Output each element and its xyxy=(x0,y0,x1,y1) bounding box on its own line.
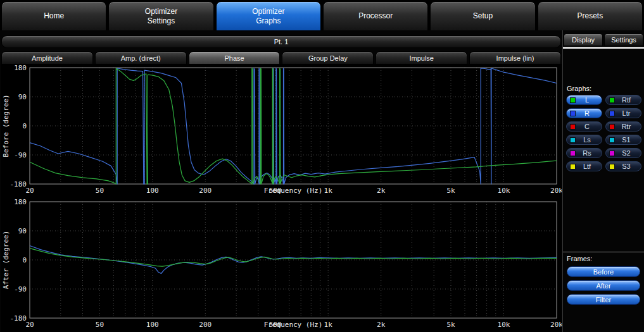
frames-buttons: BeforeAfterFilter xyxy=(567,266,640,305)
svg-text:After (degree): After (degree) xyxy=(2,231,10,290)
point-selector[interactable]: Pt. 1 xyxy=(1,35,561,48)
channel-label: C xyxy=(576,123,598,130)
nav-tab-optimizer-settings[interactable]: Optimizer Settings xyxy=(108,1,213,30)
svg-text:10k: 10k xyxy=(498,321,510,329)
svg-text:50: 50 xyxy=(96,321,104,329)
after-phase-chart: 180900-90-18020501002005001k2k5k10k20kFr… xyxy=(1,198,562,332)
svg-text:2k: 2k xyxy=(377,187,386,195)
graph-toggle-ltr[interactable]: Ltr xyxy=(605,108,641,118)
nav-tab-home[interactable]: Home xyxy=(1,1,106,30)
optimizer-app: Home Optimizer Settings Optimizer Graphs… xyxy=(0,0,644,332)
nav-tab-presets[interactable]: Presets xyxy=(538,1,643,30)
nav-tab-setup[interactable]: Setup xyxy=(430,1,535,30)
graph-toggle-c[interactable]: C xyxy=(566,121,602,132)
graph-toggle-rtr[interactable]: Rtr xyxy=(605,121,641,132)
graph-toggle-ls[interactable]: Ls xyxy=(566,135,602,145)
svg-text:20: 20 xyxy=(25,321,34,329)
channel-swatch xyxy=(570,151,576,156)
subtab-phase[interactable]: Phase xyxy=(189,51,281,64)
graph-toggle-l[interactable]: L xyxy=(566,95,602,105)
channel-label: L xyxy=(576,96,598,104)
subtab-group-delay[interactable]: Group Delay xyxy=(282,51,374,64)
before-phase-chart: 180900-90-18020501002005001k2k5k10k20kFr… xyxy=(1,64,562,198)
channel-swatch xyxy=(570,137,576,143)
side-panel: Display Settings Graphs: LRtfRLtrCRtrLsS… xyxy=(562,30,644,332)
graphs-section-label: Graphs: xyxy=(567,85,591,92)
channel-swatch xyxy=(609,124,615,130)
point-row: Pt. 1 xyxy=(1,35,561,48)
svg-text:-90: -90 xyxy=(14,151,27,159)
panel-tab-underline xyxy=(563,47,644,49)
svg-text:180: 180 xyxy=(14,198,27,206)
channel-label: S3 xyxy=(615,163,638,170)
channel-label: S1 xyxy=(615,136,638,144)
graph-toggle-s2[interactable]: S2 xyxy=(605,148,641,158)
channel-swatch xyxy=(609,137,615,143)
svg-text:50: 50 xyxy=(96,187,104,195)
graph-type-tabs: Amplitude Amp. (direct) Phase Group Dela… xyxy=(1,51,561,64)
subtab-impulse[interactable]: Impulse xyxy=(376,51,467,64)
frames-section: Frames: BeforeAfterFilter xyxy=(563,252,644,305)
svg-text:1k: 1k xyxy=(324,187,333,195)
graphs-grid: LRtfRLtrCRtrLsS1RsS2LtfS3 xyxy=(566,95,641,171)
svg-text:-90: -90 xyxy=(14,285,27,293)
svg-text:10k: 10k xyxy=(498,187,510,195)
channel-label: Ltr xyxy=(615,109,638,117)
svg-text:Before (degree): Before (degree) xyxy=(2,94,10,157)
content-area: Pt. 1 Amplitude Amp. (direct) Phase Grou… xyxy=(0,30,644,332)
channel-swatch xyxy=(570,111,576,116)
svg-text:5k: 5k xyxy=(446,321,455,329)
channel-label: R xyxy=(576,109,598,117)
tab-display[interactable]: Display xyxy=(564,34,603,46)
channel-swatch xyxy=(570,164,576,169)
graph-toggle-s1[interactable]: S1 xyxy=(605,135,641,145)
channel-swatch xyxy=(609,111,615,116)
frame-toggle-filter[interactable]: Filter xyxy=(567,294,640,305)
svg-text:2k: 2k xyxy=(377,321,386,329)
subtab-amplitude[interactable]: Amplitude xyxy=(1,51,93,64)
svg-text:20k: 20k xyxy=(550,321,562,329)
svg-text:-180: -180 xyxy=(10,180,27,188)
svg-text:90: 90 xyxy=(18,227,27,235)
graph-toggle-rtf[interactable]: Rtf xyxy=(605,95,641,105)
graph-toggle-s3[interactable]: S3 xyxy=(605,161,641,171)
channel-swatch xyxy=(570,124,576,130)
svg-text:20k: 20k xyxy=(550,187,562,195)
subtab-impulse-lin[interactable]: Impulse (lin) xyxy=(469,51,561,64)
channel-swatch xyxy=(609,164,615,169)
channel-label: Rs xyxy=(576,149,598,157)
frame-toggle-before[interactable]: Before xyxy=(567,266,640,277)
graph-toggle-rs[interactable]: Rs xyxy=(566,148,602,158)
graph-toggle-r[interactable]: R xyxy=(566,108,602,118)
svg-text:20: 20 xyxy=(25,187,34,195)
graph-toggle-ltf[interactable]: Ltf xyxy=(566,161,602,171)
svg-text:100: 100 xyxy=(146,187,159,195)
svg-text:200: 200 xyxy=(199,187,212,195)
tab-settings[interactable]: Settings xyxy=(604,34,643,46)
svg-text:Frequency (Hz): Frequency (Hz) xyxy=(264,321,323,329)
channel-swatch xyxy=(609,151,615,156)
subtab-amp-direct[interactable]: Amp. (direct) xyxy=(95,51,187,64)
svg-text:0: 0 xyxy=(22,122,27,130)
charts-stack: 180900-90-18020501002005001k2k5k10k20kFr… xyxy=(1,64,562,332)
svg-text:180: 180 xyxy=(14,64,27,72)
svg-text:100: 100 xyxy=(146,321,159,329)
svg-text:1k: 1k xyxy=(324,321,333,329)
channel-label: Ltf xyxy=(576,163,598,170)
main-nav: Home Optimizer Settings Optimizer Graphs… xyxy=(0,0,644,30)
panel-tabs: Display Settings xyxy=(564,34,643,46)
frames-section-label: Frames: xyxy=(567,255,640,262)
nav-tab-optimizer-graphs[interactable]: Optimizer Graphs xyxy=(216,1,321,30)
nav-tab-processor[interactable]: Processor xyxy=(323,1,428,30)
channel-label: S2 xyxy=(615,149,638,157)
svg-text:90: 90 xyxy=(18,93,27,101)
frame-toggle-after[interactable]: After xyxy=(567,280,640,291)
graphs-area: Pt. 1 Amplitude Amp. (direct) Phase Grou… xyxy=(0,30,562,332)
svg-text:Frequency (Hz): Frequency (Hz) xyxy=(264,187,323,195)
channel-swatch xyxy=(570,97,576,103)
svg-text:-180: -180 xyxy=(10,314,27,323)
channel-label: Rtf xyxy=(615,96,638,104)
svg-text:200: 200 xyxy=(199,321,212,329)
channel-label: Rtr xyxy=(615,123,638,130)
channel-swatch xyxy=(609,97,615,103)
